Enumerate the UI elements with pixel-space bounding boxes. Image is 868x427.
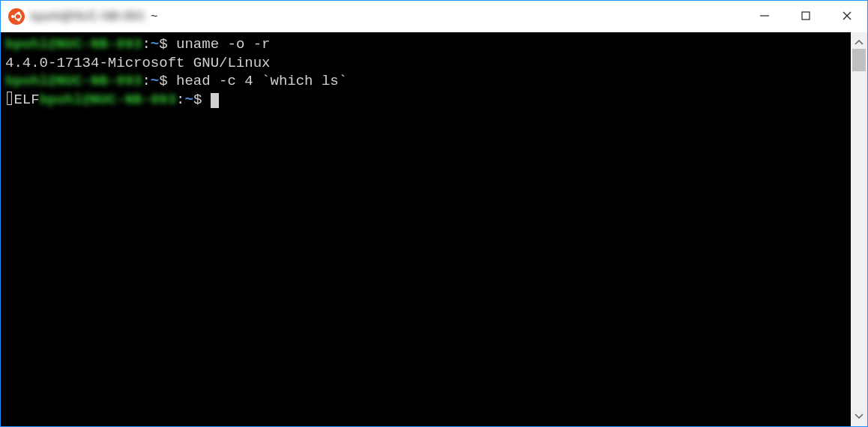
svg-point-1 (11, 15, 14, 18)
cursor (211, 93, 219, 108)
minimize-button[interactable] (744, 1, 785, 31)
prompt-user-host: bpohl@NUC-NB-093 (5, 73, 142, 89)
elf-output: ⌷ELF (5, 92, 40, 108)
prompt-user-host: bpohl@NUC-NB-093 (40, 92, 176, 108)
scroll-down-arrow[interactable] (852, 410, 866, 423)
svg-rect-5 (802, 12, 810, 20)
scroll-thumb[interactable] (852, 49, 866, 71)
titlebar[interactable]: bpohl@NUC-NB-093: ~ (1, 1, 867, 32)
prompt-path: ~ (151, 73, 159, 89)
window-title-suffix: ~ (151, 10, 157, 23)
prompt-user-host: bpohl@NUC-NB-093 (5, 36, 142, 53)
command-text: uname -o -r (176, 36, 270, 53)
close-button[interactable] (826, 1, 867, 31)
window-controls (744, 1, 867, 32)
terminal-area: bpohl@NUC-NB-093:~$ uname -o -r4.4.0-171… (1, 32, 867, 426)
terminal-window: bpohl@NUC-NB-093: ~ bpohl@NUC-NB- (0, 0, 868, 427)
prompt-path: ~ (151, 36, 159, 53)
scroll-track[interactable] (851, 49, 867, 410)
minimize-icon (759, 11, 770, 21)
chevron-down-icon (855, 413, 864, 419)
terminal-line: ⌷ELFbpohl@NUC-NB-093:~$ (5, 91, 846, 110)
scrollbar[interactable] (851, 32, 867, 426)
scroll-up-arrow[interactable] (852, 35, 866, 49)
prompt-path: ~ (185, 92, 193, 108)
terminal-line: bpohl@NUC-NB-093:~$ uname -o -r (5, 35, 846, 54)
command-text: head -c 4 `which ls` (176, 73, 347, 89)
close-icon (842, 11, 852, 21)
terminal[interactable]: bpohl@NUC-NB-093:~$ uname -o -r4.4.0-171… (1, 32, 851, 426)
terminal-output: 4.4.0-17134-Microsoft GNU/Linux (5, 54, 846, 73)
chevron-up-icon (855, 39, 864, 45)
maximize-icon (801, 11, 811, 21)
window-title: bpohl@NUC-NB-093: (31, 10, 146, 23)
terminal-line: bpohl@NUC-NB-093:~$ head -c 4 `which ls` (5, 72, 846, 91)
svg-point-0 (8, 8, 25, 25)
ubuntu-icon (8, 8, 25, 25)
maximize-button[interactable] (785, 1, 826, 31)
